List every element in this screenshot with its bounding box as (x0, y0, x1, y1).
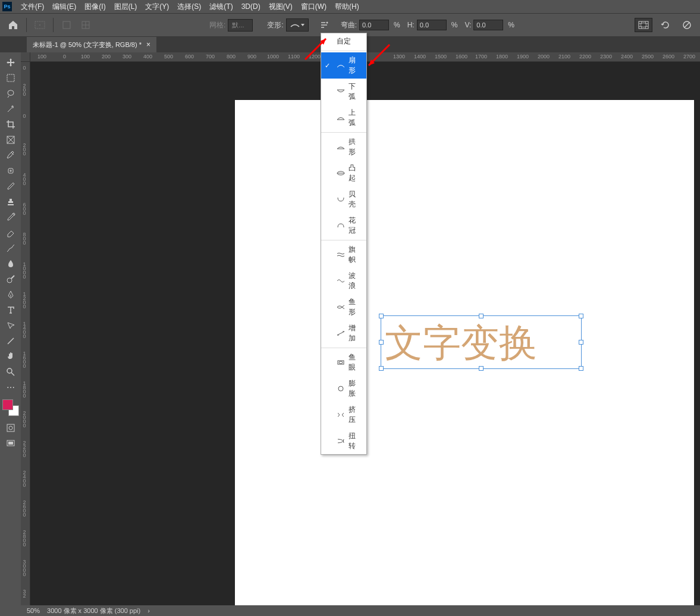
dd-arc-upper[interactable]: 上弧 (321, 105, 366, 131)
dd-bulge[interactable]: 凸起 (321, 160, 366, 186)
ruler-tick: 800 (227, 54, 236, 60)
blur-tool[interactable] (2, 257, 19, 271)
eyedropper-tool[interactable] (2, 148, 19, 162)
svg-line-16 (11, 276, 14, 279)
healing-tool[interactable] (2, 164, 19, 178)
screenmode-tool[interactable] (2, 436, 19, 451)
grid-dropdown[interactable]: 默... (228, 19, 253, 32)
dd-fisheye[interactable]: 鱼眼 (321, 349, 366, 376)
handle-mid-left[interactable] (379, 340, 384, 345)
type-tool[interactable] (2, 303, 19, 317)
handle-top-center[interactable] (479, 314, 484, 318)
reset-icon[interactable] (657, 18, 674, 32)
bend-label: 弯曲: (341, 20, 357, 30)
ruler-tick: 2100 (558, 54, 570, 60)
menu-view[interactable]: 视图(V) (265, 1, 297, 13)
lasso-tool[interactable] (2, 86, 19, 101)
ruler-tick: 1400 (414, 54, 426, 60)
quickmask-tool[interactable] (2, 421, 19, 435)
color-swatches[interactable] (2, 399, 19, 416)
text-transform-box[interactable]: 文字变换 (381, 315, 582, 369)
fish-icon (337, 304, 345, 310)
brush-tool[interactable] (2, 179, 19, 193)
warp-mode-icon[interactable] (635, 18, 652, 32)
stamp-tool[interactable] (2, 195, 19, 209)
transform-icon[interactable] (32, 18, 48, 32)
menu-filter[interactable]: 滤镜(T) (205, 1, 237, 13)
status-arrow-icon[interactable]: › (147, 607, 150, 614)
divider (26, 18, 27, 32)
menu-select[interactable]: 选择(S) (173, 1, 205, 13)
handle-top-left[interactable] (379, 314, 384, 318)
ruler-tick: 2400 (621, 54, 633, 60)
shape-tool[interactable] (2, 334, 19, 348)
grid-icon-1[interactable] (58, 18, 75, 32)
crop-tool[interactable] (2, 117, 19, 132)
warp-style-dropdown[interactable] (286, 18, 309, 32)
dd-fish[interactable]: 鱼形 (321, 294, 366, 320)
dd-shell-lower[interactable]: 贝壳 (321, 186, 366, 212)
svg-point-6 (326, 22, 328, 24)
frame-tool[interactable] (2, 133, 19, 147)
menu-3d[interactable]: 3D(D) (237, 1, 265, 12)
status-bar: 50% 3000 像素 x 3000 像素 (300 ppi) › (21, 605, 700, 616)
ruler-tick: 500 (164, 54, 173, 60)
menu-window[interactable]: 窗口(W) (297, 1, 331, 13)
arc-icon (337, 62, 345, 68)
crown-icon (337, 223, 345, 229)
app-logo: Ps (2, 2, 12, 11)
menu-file[interactable]: 文件(F) (17, 1, 48, 13)
dd-arch[interactable]: 拱形 (321, 134, 366, 160)
percent-1: % (394, 21, 400, 29)
canvas[interactable]: 文字变换 (235, 100, 694, 606)
dd-twist[interactable]: 扭转 (321, 428, 366, 454)
orientation-icon[interactable] (316, 18, 332, 32)
eraser-tool[interactable] (2, 226, 19, 240)
handle-bot-left[interactable] (379, 366, 384, 371)
path-tool[interactable] (2, 318, 19, 333)
menu-type[interactable]: 文字(Y) (141, 1, 173, 13)
dd-arc-lower[interactable]: 下弧 (321, 79, 366, 105)
grid-icon-2[interactable] (77, 18, 94, 32)
foreground-color[interactable] (2, 399, 13, 410)
dd-inflate[interactable]: 膨胀 (321, 376, 366, 402)
gradient-tool[interactable] (2, 241, 19, 255)
hand-tool[interactable] (2, 349, 19, 364)
dd-squeeze[interactable]: 挤压 (321, 402, 366, 428)
toolbar: ⋯ (0, 52, 21, 606)
arch-icon (337, 144, 345, 150)
marquee-tool[interactable] (2, 71, 19, 85)
dd-rise[interactable]: 增加 (321, 320, 366, 346)
dd-flag[interactable]: 旗帜 (321, 242, 366, 268)
wand-tool[interactable] (2, 102, 19, 116)
home-icon[interactable] (5, 17, 21, 33)
menu-edit[interactable]: 编辑(E) (48, 1, 80, 13)
handle-top-right[interactable] (579, 314, 583, 318)
v-input[interactable] (473, 20, 503, 30)
dd-wave[interactable]: 波浪 (321, 268, 366, 294)
menu-image[interactable]: 图像(I) (80, 1, 109, 13)
move-tool[interactable] (2, 55, 19, 70)
pen-tool[interactable] (2, 287, 19, 302)
more-tools[interactable]: ⋯ (2, 380, 19, 395)
menu-help[interactable]: 帮助(H) (331, 1, 363, 13)
bend-input[interactable] (359, 20, 389, 30)
document-tab[interactable]: 未标题-1 @ 50% (文字变换, RGB/8) * × (27, 37, 156, 52)
status-zoom[interactable]: 50% (27, 607, 40, 614)
tab-close-icon[interactable]: × (146, 40, 150, 49)
h-input[interactable] (417, 20, 447, 30)
dd-shell-upper[interactable]: 花冠 (321, 212, 366, 239)
ruler-tick: 2400 (21, 470, 27, 486)
dodge-tool[interactable] (2, 272, 19, 286)
ruler-tick: 0 (21, 113, 27, 117)
handle-mid-right[interactable] (579, 340, 583, 345)
ruler-tick: 200 (21, 83, 27, 95)
handle-bot-center[interactable] (479, 366, 484, 371)
ruler-vertical[interactable]: 0 200 0 200 400 600 800 1000 1200 1400 1… (21, 62, 30, 606)
handle-bot-right[interactable] (579, 366, 583, 371)
ruler-tick: 1200 (21, 291, 27, 308)
zoom-tool[interactable] (2, 365, 19, 379)
cancel-icon[interactable] (679, 18, 695, 32)
menu-layer[interactable]: 图层(L) (110, 1, 142, 13)
history-brush-tool[interactable] (2, 210, 19, 224)
